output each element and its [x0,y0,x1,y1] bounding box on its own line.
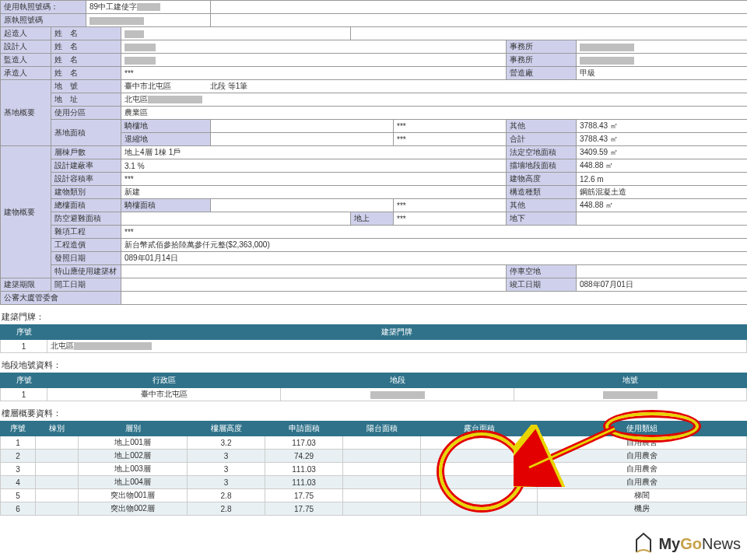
struct-type-label: 建物類別 [51,186,121,199]
riparian-label: 騎樓地 [121,120,211,133]
doors-col-seq: 序號 [1,325,47,340]
table-row: 1 北屯區 [1,340,747,353]
floors-title: 樓層概要資料： [2,408,747,419]
height-label: 建物高度 [507,173,577,186]
end-label: 竣工日期 [507,278,577,292]
height-value: 12.6 m [577,173,748,186]
table-row: 2地上002層374.29自用農舍 [1,450,747,463]
public-label: 公審大廈管委會 [1,292,121,305]
floors-col-terrace: 露台面積 [421,422,538,436]
builder-label: 營造廠 [507,67,577,80]
doors-table: 序號 建築門牌 1 北屯區 [0,324,747,353]
supervisor-name-value [121,54,507,67]
table-row: 3地上003層3111.03自用農舍 [1,463,747,476]
period-label: 建築期限 [1,278,51,292]
floors-col-use: 使用類組 [538,422,747,436]
retaining-area-label: 擋墻地段面積 [507,159,577,173]
table-row: 4地上004層3111.03自用農舍 [1,476,747,489]
floors-col-floor: 層別 [79,422,188,436]
owner-label: 起造人 [1,27,51,40]
parking-label: 停車空地 [507,265,577,278]
use-license-label: 使用執照號碼： [1,1,86,14]
land-table: 序號 行政區 地段 地號 1 臺中市北屯區 [0,373,747,401]
designer-office-label: 事務所 [507,40,577,54]
above-label: 地上 [351,212,394,226]
land-col-seq: 序號 [1,373,47,388]
retreat-value [211,133,394,146]
floors-label: 層棟戶數 [51,146,121,159]
floors-col-balcony: 陽台面積 [343,422,421,436]
retreat-label: 退縮地 [121,133,211,146]
floors-col-seq: 序號 [1,422,36,436]
below-value [577,212,748,226]
designer-label: 設計人 [1,40,51,54]
issue-label: 發照日期 [51,252,121,265]
other2-label: 其他 [507,199,577,212]
contractor-label: 承造人 [1,67,51,80]
prevent-label: 防空避難面積 [51,212,121,226]
riparian-value [211,120,394,133]
total-area-sub-label: 騎樓面積 [121,199,211,212]
cov-value: 3.1 % [121,159,507,173]
site-section-label: 基地概要 [1,80,51,146]
start-label: 開工日期 [51,278,121,292]
site-total-value: 3788.43 ㎡ [577,133,748,146]
cost-value: 新台幣貳佰參拾陸萬參仟元整($2,363,000) [121,239,748,252]
floors-value: 地上4層 1棟 1戶 [121,146,507,159]
zone-label: 使用分區 [51,107,121,120]
designer-office-value [577,40,748,54]
far-label: 設計容積率 [51,173,121,186]
above-value: *** [394,212,507,226]
land-title: 地段地號資料： [2,359,747,371]
lot-label: 地 號 [51,80,121,93]
site-total-label: 合計 [507,133,577,146]
main-struct-value: 鋼筋混凝土造 [577,186,748,199]
zone-value: 農業區 [121,107,748,120]
land-col-lot: 地號 [514,373,747,388]
land-col-district: 行政區 [47,373,281,388]
name-label: 姓 名 [51,27,121,40]
floors-col-apply: 申請面積 [265,422,343,436]
retaining-area-value: 448.88 ㎡ [577,159,748,173]
cov-label: 設計建蔽率 [51,159,121,173]
contractor-name-value: *** [121,67,507,80]
floors-col-height: 樓層高度 [188,422,265,436]
table-row: 1 臺中市北屯區 [1,388,747,401]
builder-value: 甲級 [577,67,748,80]
site-other-value: 3788.43 ㎡ [577,120,748,133]
permit-info-table: 使用執照號碼： 89中工建使字 原執照號碼 起造人 姓 名 設計人 姓 名 事務… [0,0,747,305]
cost-label: 工程造價 [51,239,121,252]
table-row: 1地上001層3.2117.03自用農舍 [1,436,747,450]
misc-value: *** [121,226,748,239]
floors-col-building: 棟別 [36,422,79,436]
far-value: *** [121,173,507,186]
addr-label: 地 址 [51,93,121,107]
table-row: 5突出物001層2.817.75梯間 [1,489,747,502]
owner-name-value [121,27,351,40]
misc-label: 雜項工程 [51,226,121,239]
below-label: 地下 [507,212,577,226]
orig-license-label: 原執照號碼 [1,14,86,27]
doors-col-door: 建築門牌 [47,325,747,340]
lot-value: 臺中市北屯區 北段 等1筆 [121,80,748,93]
struct-type-value: 新建 [121,186,507,199]
doors-title: 建築門牌： [2,311,747,323]
start-value [121,278,507,292]
site-area-label: 基地面積 [51,120,121,146]
use-license-value: 89中工建使字 [86,1,211,14]
issue-value: 089年01月14日 [121,252,748,265]
land-col-section: 地段 [281,373,514,388]
total-area-label: 總樓面積 [51,199,121,212]
supervisor-office-value [577,54,748,67]
table-row: 6突出物002層2.817.75機房 [1,502,747,516]
site-other-label: 其他 [507,120,577,133]
designer-name-value [121,40,507,54]
supervisor-label: 監造人 [1,54,51,67]
legal-open-value: 3409.59 ㎡ [577,146,748,159]
floors-table: 序號 棟別 層別 樓層高度 申請面積 陽台面積 露台面積 使用類組 1地上001… [0,421,747,516]
addr-value: 北屯區 [121,93,748,107]
end-value: 088年07月01日 [577,278,748,292]
other2-value: 448.88 ㎡ [577,199,748,212]
orig-license-value [86,14,211,27]
parking-value [577,265,748,278]
